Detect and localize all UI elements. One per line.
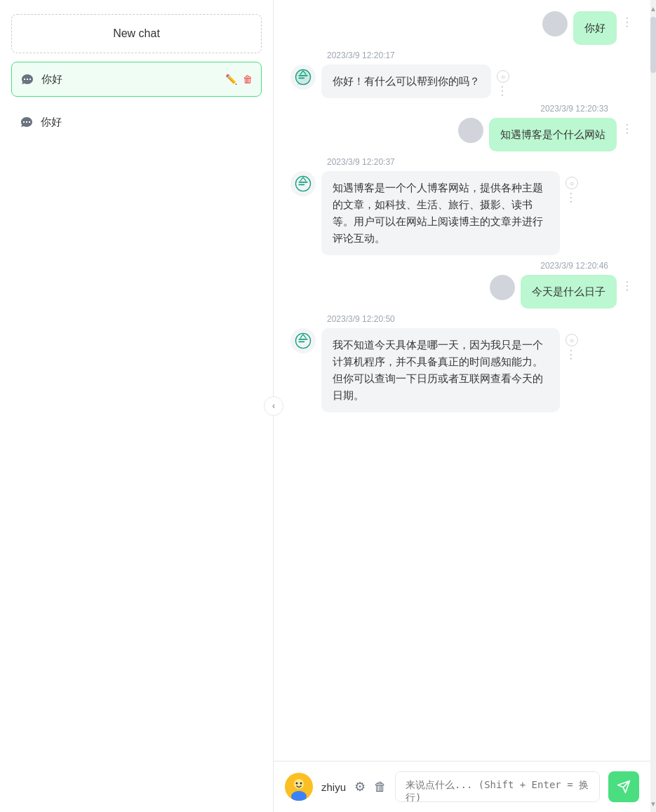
chat-main: ‹ ··· 你好 2023/3/9 12:20:17 — [274, 0, 650, 812]
sidebar-item-chat-2[interactable]: 你好 — [11, 105, 262, 139]
svg-point-10 — [300, 783, 302, 785]
more-options-5[interactable]: ··· — [566, 349, 577, 362]
bottom-bar: zhiyu ⚙ 🗑 — [274, 761, 650, 812]
msg-timestamp-3: 2023/3/9 12:20:37 — [327, 157, 395, 167]
msg-bubble-3: 知遇博客是一个个人博客网站，提供各种主题的文章，如科技、生活、旅行、摄影、读书等… — [321, 171, 560, 255]
msg-bubble-2: 知遇博客是个什么网站 — [489, 118, 617, 151]
msg-side-actions-5: ○ ··· — [565, 328, 578, 362]
chat-input[interactable] — [395, 771, 600, 802]
chat-label-1: 你好 — [41, 73, 218, 86]
msg-content-4: ··· 今天是什么日子 — [490, 275, 634, 309]
msg-timestamp-1: 2023/3/9 12:20:17 — [327, 50, 395, 60]
send-icon — [617, 780, 631, 794]
svg-point-9 — [296, 783, 298, 785]
msg-side-actions-1: ○ ··· — [497, 65, 509, 98]
delete-icon-1[interactable]: 🗑 — [243, 74, 253, 85]
edit-icon-1[interactable]: ✏️ — [225, 74, 237, 85]
app-container: New chat 你好 ✏️ 🗑 你好 ‹ — [0, 0, 656, 812]
message-row-0: ··· 你好 — [290, 11, 634, 45]
user-avatar-0 — [542, 11, 568, 36]
bot-avatar-5 — [290, 328, 316, 353]
user-avatar-bottom — [285, 773, 313, 801]
chat-icon-2 — [20, 115, 34, 129]
svg-point-4 — [290, 328, 316, 353]
msg-bubble-5: 我不知道今天具体是哪一天，因为我只是一个计算机程序，并不具备真正的时间感知能力。… — [321, 328, 560, 412]
search-icon-5[interactable]: ○ — [565, 334, 578, 346]
username-label: zhiyu — [321, 781, 346, 793]
collapse-sidebar-button[interactable]: ‹ — [264, 396, 283, 416]
msg-bubble-1: 你好！有什么可以帮到你的吗？ — [321, 65, 491, 98]
message-row-3: 2023/3/9 12:20:37 知遇博客是一个个人博客网站，提供各种主题的文… — [290, 157, 634, 255]
sidebar-item-chat-1[interactable]: 你好 ✏️ 🗑 — [11, 62, 262, 97]
msg-content-5: 我不知道今天具体是哪一天，因为我只是一个计算机程序，并不具备真正的时间感知能力。… — [290, 328, 578, 412]
more-options-2[interactable]: ··· — [622, 123, 634, 136]
user-avatar-4 — [490, 275, 515, 300]
msg-side-actions-4: ··· — [622, 275, 634, 293]
more-options-4[interactable]: ··· — [622, 280, 634, 293]
scroll-thumb[interactable] — [650, 17, 656, 73]
msg-content-0: ··· 你好 — [542, 11, 634, 45]
message-row-2: 2023/3/9 12:20:33 ··· 知遇博客是个什么网站 — [290, 104, 634, 151]
svg-point-2 — [290, 171, 316, 196]
delete-chat-icon[interactable]: 🗑 — [374, 780, 387, 794]
msg-bubble-4: 今天是什么日子 — [521, 275, 617, 309]
msg-bubble-0: 你好 — [573, 11, 617, 45]
message-row-5: 2023/3/9 12:20:50 我不知道今天具体是哪一天，因为我只是一个计算… — [290, 314, 634, 412]
more-options-1[interactable]: ··· — [497, 86, 509, 98]
send-button[interactable] — [608, 771, 639, 802]
chat-1-actions: ✏️ 🗑 — [225, 74, 253, 85]
msg-content-1: 你好！有什么可以帮到你的吗？ ○ ··· — [290, 65, 509, 98]
more-options-0[interactable]: ··· — [622, 17, 634, 29]
settings-icon[interactable]: ⚙ — [354, 779, 366, 794]
bot-avatar-3 — [290, 171, 316, 196]
msg-side-actions-2: ··· — [622, 118, 634, 136]
msg-content-3: 知遇博客是一个个人博客网站，提供各种主题的文章，如科技、生活、旅行、摄影、读书等… — [290, 171, 578, 255]
msg-side-actions-3: ○ ··· — [565, 171, 578, 205]
msg-timestamp-5: 2023/3/9 12:20:50 — [327, 314, 395, 324]
msg-timestamp-4: 2023/3/9 12:20:46 — [540, 261, 608, 271]
new-chat-button[interactable]: New chat — [11, 14, 262, 53]
msg-timestamp-2: 2023/3/9 12:20:33 — [540, 104, 608, 114]
sidebar: New chat 你好 ✏️ 🗑 你好 — [0, 0, 274, 812]
message-row-4: 2023/3/9 12:20:46 ··· 今天是什么日子 — [290, 261, 634, 309]
msg-side-actions-0: ··· — [622, 11, 634, 29]
scroll-track: ▲ ▼ — [650, 0, 656, 812]
more-options-3[interactable]: ··· — [566, 192, 577, 205]
search-icon-3[interactable]: ○ — [565, 177, 578, 189]
messages-area[interactable]: ··· 你好 2023/3/9 12:20:17 — [274, 0, 650, 761]
message-row-1: 2023/3/9 12:20:17 你好！有什么可以帮到你的吗？ ○ — [290, 50, 634, 98]
search-icon-1[interactable]: ○ — [497, 70, 509, 83]
msg-content-2: ··· 知遇博客是个什么网站 — [458, 118, 634, 151]
chat-label-2: 你好 — [41, 116, 253, 129]
chat-icon-1 — [20, 72, 34, 86]
bot-avatar-1 — [290, 65, 316, 90]
user-avatar-2 — [458, 118, 483, 143]
